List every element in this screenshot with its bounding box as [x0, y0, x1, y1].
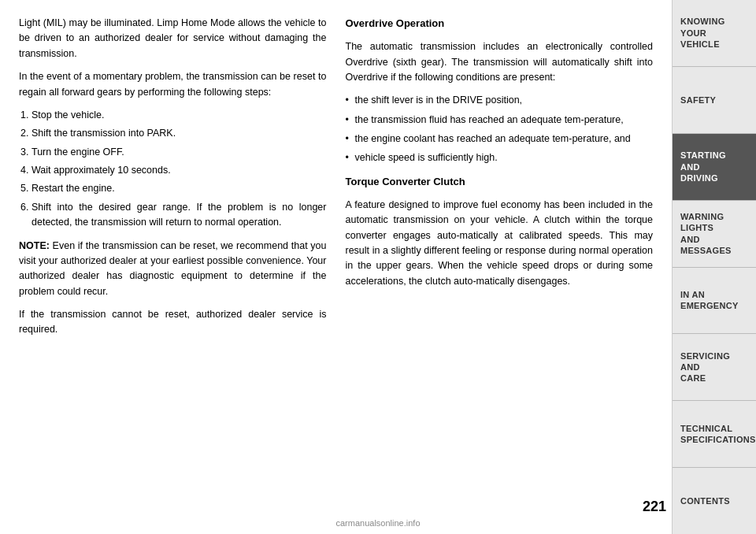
left-para2: In the event of a momentary problem, the…	[19, 69, 327, 100]
main-content: Light (MIL) may be illuminated. Limp Hom…	[0, 0, 672, 534]
steps-list: Stop the vehicle. Shift the transmission…	[32, 108, 327, 231]
right-column: Overdrive Operation The automatic transm…	[346, 16, 654, 518]
section1-heading: Overdrive Operation	[346, 16, 654, 32]
section2-heading: Torque Converter Clutch	[346, 174, 654, 190]
sidebar-item-warning[interactable]: WARNING LIGHTS AND MESSAGES	[673, 201, 756, 268]
sidebar-item-knowing[interactable]: KNOWING YOUR VEHICLE	[673, 0, 756, 67]
step-4: Wait approximately 10 seconds.	[32, 163, 327, 178]
step-5: Restart the engine.	[32, 181, 327, 196]
sidebar-item-servicing[interactable]: SERVICING AND CARE	[673, 334, 756, 401]
bullet-2: the transmission fluid has reached an ad…	[346, 113, 654, 128]
step-6: Shift into the desired gear range. If th…	[32, 200, 327, 231]
sidebar-item-emergency[interactable]: IN AN EMERGENCY	[673, 268, 756, 335]
sidebar-item-safety[interactable]: SAFETY	[673, 67, 756, 134]
page-number: 221	[643, 499, 666, 515]
bullet-4: vehicle speed is sufficiently high.	[346, 150, 654, 165]
sidebar-item-contents[interactable]: CONTENTS	[673, 468, 756, 534]
watermark: carmanualsonline.info	[335, 518, 420, 528]
step-3: Turn the engine OFF.	[32, 145, 327, 160]
left-column: Light (MIL) may be illuminated. Limp Hom…	[19, 16, 327, 518]
step-1: Stop the vehicle.	[32, 108, 327, 123]
sidebar: KNOWING YOUR VEHICLE SAFETY STARTING AND…	[672, 0, 756, 534]
section1-para1: The automatic transmission includes an e…	[346, 39, 654, 85]
note-body: Even if the transmission can be reset, w…	[19, 240, 327, 297]
sidebar-item-starting[interactable]: STARTING AND DRIVING	[673, 134, 756, 201]
sidebar-item-technical[interactable]: TECHNICAL SPECIFICATIONS	[673, 401, 756, 468]
left-para3: If the transmission cannot be reset, aut…	[19, 307, 327, 338]
note-label: NOTE:	[19, 240, 50, 251]
left-para1: Light (MIL) may be illuminated. Limp Hom…	[19, 16, 327, 61]
section2-para: A feature designed to improve fuel econo…	[346, 198, 654, 289]
bullet-3: the engine coolant has reached an adequa…	[346, 132, 654, 146]
step-2: Shift the transmission into PARK.	[32, 126, 327, 141]
bullet-1: the shift lever is in the DRIVE position…	[346, 93, 654, 108]
section1-bullets: the shift lever is in the DRIVE position…	[346, 93, 654, 166]
note-paragraph: NOTE: Even if the transmission can be re…	[19, 239, 327, 300]
